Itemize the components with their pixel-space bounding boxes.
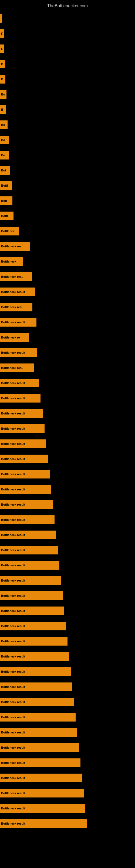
bar-label: Bottleneck result xyxy=(0,591,63,600)
bar-label: Bottleneck result xyxy=(0,287,35,296)
bar-label: Bottlenec xyxy=(0,227,19,236)
bar-label: Bottleneck xyxy=(0,257,23,266)
bar-label: Bottleneck res xyxy=(0,242,30,251)
bar-label: Bottleneck resu xyxy=(0,364,34,372)
bar-row: Bo xyxy=(0,87,135,102)
bar-label: Bottleneck result xyxy=(0,607,64,615)
bar-label: Bottleneck result xyxy=(0,516,54,524)
bar-label: B xyxy=(0,105,6,114)
bar-label: Bottleneck result xyxy=(0,804,85,813)
bar-row: Bottleneck result xyxy=(0,436,135,452)
bar-row: Bottleneck result xyxy=(0,558,135,573)
bar-label: Bottleneck resu xyxy=(0,272,32,281)
bar-row: Bottleneck result xyxy=(0,801,135,816)
bar-row: Bottleneck result xyxy=(0,391,135,406)
bar-label: Bo xyxy=(0,90,6,99)
bar-row: Bottleneck result xyxy=(0,679,135,694)
bar-row: E xyxy=(0,41,135,56)
bar-row: Bottleneck res xyxy=(0,239,135,254)
bar-row: Bottleneck result xyxy=(0,497,135,512)
bar-row: Bottleneck result xyxy=(0,421,135,436)
bar-row: Bottleneck result xyxy=(0,725,135,740)
bar-label: Bottleneck result xyxy=(0,743,79,752)
bar-label: Bottleneck result xyxy=(0,819,87,828)
bar-row: Bott xyxy=(0,193,135,208)
bar-row: Bottleneck result xyxy=(0,284,135,300)
bars-container: FEBBBoBBoBoBoBotBottlBottBottlBottlenecB… xyxy=(0,11,135,831)
bar-row: Bo xyxy=(0,148,135,163)
bar-row: Bottleneck result xyxy=(0,816,135,831)
bar-label: Bottleneck result xyxy=(0,576,61,585)
bar-row: Bottleneck result xyxy=(0,785,135,801)
bar-label: Bottleneck result xyxy=(0,409,43,418)
bar-row: Bottl xyxy=(0,208,135,223)
bar-row: Bottleneck result xyxy=(0,588,135,603)
bar-label: Bottleneck result xyxy=(0,318,37,327)
bar-label: Bottleneck result xyxy=(0,546,58,554)
bar-label: Bo xyxy=(0,151,9,159)
bar-label: Bottleneck result xyxy=(0,348,37,357)
bar-row: Bo xyxy=(0,132,135,148)
bar-row: Bottleneck result xyxy=(0,482,135,497)
bar-label: Bottleneck result xyxy=(0,561,59,569)
bar-label: Bottleneck result xyxy=(0,682,72,691)
bar-row: Bottleneck re xyxy=(0,330,135,345)
bar-row: B xyxy=(0,56,135,72)
bar-row: B xyxy=(0,72,135,87)
bar-row: Bottleneck result xyxy=(0,512,135,527)
bar-row: Bottleneck result xyxy=(0,467,135,482)
bar-row: Bottleneck result xyxy=(0,573,135,588)
bar-row: Bottleneck result xyxy=(0,345,135,360)
bar-label: Bottleneck result xyxy=(0,455,48,463)
bar-label: Bottleneck result xyxy=(0,470,50,478)
bar-label: Bot xyxy=(0,166,10,175)
bar-row: Bot xyxy=(0,163,135,178)
bar-label: Bottl xyxy=(0,212,13,220)
bar-row: Bottleneck resu xyxy=(0,269,135,284)
bar-row: Bottleneck resu xyxy=(0,300,135,315)
bar-row: Bottleneck result xyxy=(0,694,135,710)
bar-row: Bottleneck result xyxy=(0,315,135,330)
bar-row: Bottleneck result xyxy=(0,740,135,755)
bar-label: Bottl xyxy=(0,181,12,190)
bar-label: Bottleneck result xyxy=(0,485,51,494)
bar-row: Bottleneck result xyxy=(0,527,135,542)
bar-label: Bottleneck re xyxy=(0,333,29,342)
bar-row: Bottleneck result xyxy=(0,770,135,785)
bar-label: Bott xyxy=(0,196,12,205)
bar-label: Bottleneck result xyxy=(0,774,82,782)
bar-label: B xyxy=(0,60,5,68)
bar-row: Bottleneck result xyxy=(0,633,135,649)
bar-label: E xyxy=(0,44,4,53)
bar-row: Bottleneck xyxy=(0,254,135,269)
site-title: TheBottlenecker.com xyxy=(0,1,135,10)
bar-row: Bottleneck result xyxy=(0,406,135,421)
bar-row: Bottleneck result xyxy=(0,603,135,618)
bar-label: Bottleneck result xyxy=(0,637,68,646)
bar-label: Bottleneck result xyxy=(0,652,69,661)
bar-label: Bottleneck result xyxy=(0,379,39,388)
bar-row: Bottleneck result xyxy=(0,664,135,679)
bar-row: Bottlenec xyxy=(0,223,135,239)
bar-row: Bottleneck result xyxy=(0,375,135,391)
bar-label: Bottleneck result xyxy=(0,622,66,630)
bar-label: B xyxy=(0,75,5,84)
bar-label: Bo xyxy=(0,120,8,129)
bar-row xyxy=(0,11,135,26)
bar-row: Bo xyxy=(0,117,135,132)
bar-row: Bottleneck result xyxy=(0,618,135,633)
bar-row: Bottleneck result xyxy=(0,755,135,770)
bar-label: Bottleneck result xyxy=(0,424,45,433)
bar-label: Bottleneck result xyxy=(0,698,74,706)
bar-row: Bottleneck result xyxy=(0,710,135,725)
bar-label xyxy=(0,14,2,23)
bar-label: Bottleneck result xyxy=(0,728,77,737)
bar-label: Bottleneck result xyxy=(0,758,81,767)
bar-row: Bottleneck result xyxy=(0,649,135,664)
bar-label: F xyxy=(0,29,4,38)
bar-label: Bottleneck result xyxy=(0,789,84,798)
bar-label: Bottleneck result xyxy=(0,531,56,539)
bar-label: Bottleneck result xyxy=(0,439,46,448)
bar-label: Bottleneck result xyxy=(0,667,71,676)
bar-row: Bottl xyxy=(0,178,135,193)
